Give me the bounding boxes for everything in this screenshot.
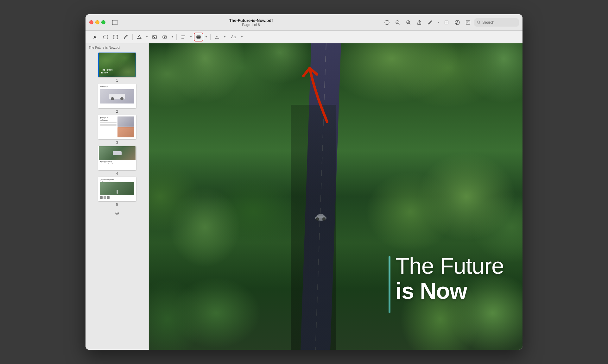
thumb-number-5: 5 (116, 203, 118, 206)
svg-line-11 (431, 21, 431, 22)
search-bar[interactable] (474, 18, 519, 27)
thumbnail-page-5[interactable]: The technologies leadingthe green revolu… (98, 177, 136, 206)
close-button[interactable] (89, 20, 93, 24)
layout-dropdown-button[interactable]: ▾ (189, 33, 193, 41)
thumb-left-col-3: A illuminate ofdesign, functionand clean… (100, 116, 117, 137)
thumbnail-page-1[interactable]: The Futureis Now 1 (98, 53, 136, 82)
title-line-2: is Now (396, 279, 504, 304)
thumb-p4-top (99, 146, 136, 160)
shape-tool-button[interactable] (135, 33, 144, 41)
thumbnail-frame-1: The Futureis Now (98, 53, 136, 77)
edit-button[interactable] (464, 18, 472, 27)
thumbnail-container: The Futureis Now 1 Baby steps toa massiv… (86, 51, 149, 208)
pdf-page: The Future is Now (149, 43, 522, 350)
thumb-line-3c (100, 125, 117, 126)
redact-tool-button[interactable] (194, 33, 203, 41)
stamp-tool-button[interactable] (160, 33, 169, 41)
svg-marker-22 (137, 35, 141, 39)
main-title: The Future is Now (396, 254, 504, 304)
svg-line-19 (479, 23, 480, 24)
thumbnail-frame-4: A bold new chapter ofautomobile engineer… (98, 146, 136, 170)
share-button[interactable] (415, 18, 424, 27)
app-window: The-Future-is-Now.pdf Page 1 of 8 i ▾ (86, 14, 522, 350)
sign-tool-button[interactable] (212, 33, 222, 41)
svg-text:A: A (456, 21, 458, 24)
add-page-button[interactable]: ⊕ (115, 210, 119, 216)
toolbar-separator-3 (210, 34, 211, 40)
maximize-button[interactable] (101, 20, 105, 24)
search-icon (477, 21, 481, 24)
thumb-number-2: 2 (116, 110, 118, 113)
car-shape (311, 212, 330, 221)
pen-dropdown-button[interactable]: ▾ (436, 18, 440, 27)
svg-rect-21 (104, 35, 107, 39)
image-tool-button[interactable] (150, 33, 159, 41)
document-title: The-Future-is-Now.pdf (229, 18, 273, 23)
sign-dropdown-button[interactable]: ▾ (223, 33, 227, 41)
accent-bar (389, 256, 390, 313)
road-line (315, 43, 326, 350)
svg-point-18 (477, 21, 480, 23)
toolbar-separator-1 (132, 34, 133, 40)
title-area: The-Future-is-Now.pdf Page 1 of 8 (122, 18, 380, 27)
svg-line-6 (399, 23, 400, 24)
title-line-1: The Future (396, 254, 504, 279)
stamp-dropdown-button[interactable]: ▾ (170, 33, 174, 41)
text-tool-button[interactable]: A (91, 33, 100, 41)
thumbnail-bg-4: A bold new chapter ofautomobile engineer… (99, 146, 136, 170)
sidebar-bottom: ⊕ (86, 208, 149, 219)
pdf-title-overlay: The Future is Now (389, 254, 504, 313)
svg-rect-32 (197, 36, 200, 38)
zoom-out-button[interactable] (393, 18, 402, 27)
pen-button[interactable] (426, 18, 434, 27)
thumbnail-page-3[interactable]: A illuminate ofdesign, functionand clean… (98, 115, 136, 144)
page-info: Page 1 of 8 (242, 23, 260, 27)
pdf-viewer: The Future is Now (149, 43, 522, 350)
title-left-controls (111, 19, 119, 26)
svg-text:i: i (387, 21, 387, 24)
thumbnail-page-4[interactable]: A bold new chapter ofautomobile engineer… (98, 146, 136, 175)
zoom-in-button[interactable] (404, 18, 413, 27)
search-input[interactable] (482, 20, 514, 25)
thumbnail-bg-2: Baby steps toa massive leap (99, 84, 136, 108)
thumb-p4-bottom: A bold new chapter ofautomobile engineer… (99, 160, 136, 170)
svg-rect-25 (163, 36, 167, 38)
font-dropdown-button[interactable]: ▾ (240, 33, 244, 41)
thumb-img-2 (100, 89, 134, 104)
thumb-text-3: A illuminate ofdesign, functionand clean… (100, 116, 117, 122)
thumb-number-1: 1 (116, 78, 118, 82)
draw-tool-button[interactable] (121, 33, 130, 41)
thumb-line-3b (100, 124, 117, 125)
svg-point-39 (323, 218, 325, 220)
layout-tool-button[interactable] (179, 33, 188, 41)
title-bar: The-Future-is-Now.pdf Page 1 of 8 i ▾ (86, 14, 522, 31)
traffic-lights (89, 20, 105, 24)
thumb-title-1: The Futureis Now (101, 69, 113, 74)
minimize-button[interactable] (95, 20, 99, 24)
thumbnail-page-2[interactable]: Baby steps toa massive leap 2 (98, 84, 136, 113)
select-tool-button[interactable] (101, 33, 110, 41)
svg-rect-15 (466, 21, 470, 24)
toolbar-separator-2 (176, 34, 177, 40)
thumbnail-bg-5: The technologies leadingthe green revolu… (99, 177, 136, 201)
secondary-toolbar: A ▾ (86, 31, 522, 43)
thumb-text-2: Baby steps toa massive leap (100, 85, 134, 89)
expand-tool-button[interactable] (111, 33, 120, 41)
sidebar: The-Future-is-Now.pdf The Futureis Now 1 (86, 43, 149, 350)
shape-dropdown-button[interactable]: ▾ (145, 33, 149, 41)
info-button[interactable]: i (383, 18, 391, 27)
thumbnail-frame-3: A illuminate ofdesign, functionand clean… (98, 115, 136, 139)
font-tool-button[interactable]: Aa (228, 33, 239, 41)
svg-text:A: A (93, 35, 97, 40)
svg-line-10 (409, 23, 410, 24)
svg-rect-12 (445, 21, 448, 24)
thumbnail-frame-5: The technologies leadingthe green revolu… (98, 177, 136, 201)
tool-group: A ▾ (91, 33, 244, 41)
annotate-button[interactable]: A (453, 18, 462, 27)
crop-button[interactable] (442, 18, 451, 27)
svg-rect-0 (112, 20, 117, 25)
redact-dropdown-button[interactable]: ▾ (204, 33, 208, 41)
thumbnail-bg-1: The Futureis Now (99, 53, 136, 77)
content-area: The-Future-is-Now.pdf The Futureis Now 1 (86, 43, 522, 350)
sidebar-toggle-button[interactable] (111, 19, 119, 26)
